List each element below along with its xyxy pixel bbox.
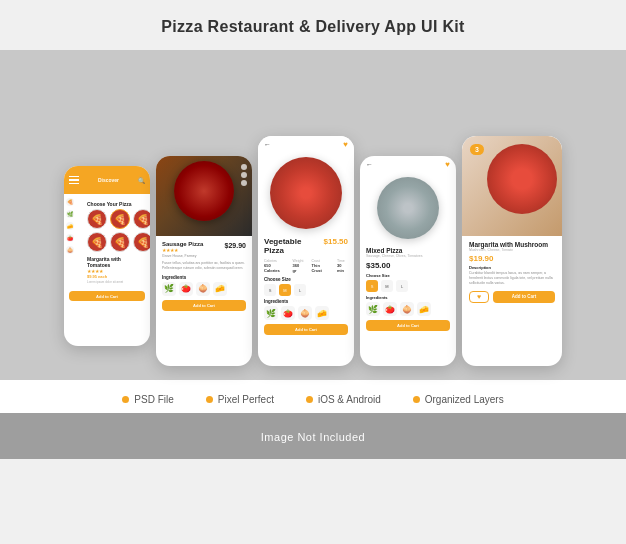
stat-time-value: 30 min [337,263,348,273]
ingredient-icon[interactable]: 🧀 [213,282,227,296]
phone3-size-buttons: S M L [264,284,348,296]
feature-ios-android: iOS & Android [290,394,397,405]
phone2-add-btn[interactable]: Add to Cart [162,300,246,311]
phone5-pizza-image: 3 [462,136,562,236]
phone4-content: Mixed Pizza Sausage, Cheese, Olives, Tom… [360,243,456,335]
ingredient-icon[interactable]: 🧅 [400,302,414,316]
phone5-cart-btn[interactable]: Add to Cart [493,291,555,303]
ingredient-icon[interactable]: 🧅 [196,282,210,296]
ingredient-icon[interactable]: 🧀 [315,306,329,320]
search-icon[interactable]: 🔍 [138,177,145,184]
heart-icon[interactable]: ♥ [445,160,450,169]
image-not-included-section: Image Not Included [0,413,626,459]
pizza-image-top [487,144,557,214]
phone-mixed: ← ♥ Mixed Pizza Sausage, Cheese, Olives,… [360,156,456,366]
size-btn-l[interactable]: L [396,280,408,292]
menu-icon[interactable] [69,176,79,185]
size-btn-s[interactable]: S [264,284,276,296]
side-icon[interactable]: 🌿 [66,210,74,218]
pizza-image-circle [174,161,234,221]
phone5-bottom-row: ♥ Add to Cart [469,291,555,303]
phone4-price: $35.00 [366,261,450,270]
phone2-section-label: Ingredients [162,275,246,280]
phone5-badge: 3 [470,144,484,155]
feature-dot [206,396,213,403]
phone-discover: Discover 🔍 Choose Your Pizza 🍕 🍕 🍕 🍕 🍕 🍕… [64,166,150,346]
phone1-screen-title: Discover [98,177,119,183]
stat-time: Time 30 min [337,259,348,273]
side-icon[interactable]: 🧀 [66,222,74,230]
size-btn-l[interactable]: L [294,284,306,296]
page-header: Pizza Restaurant & Delivery App UI Kit [0,0,626,50]
phone2-content: Sausage Pizza $29.90 ★★★★ Grove House, F… [156,236,252,316]
phone3-ingredients: 🌿 🍅 🧅 🧀 [264,306,348,320]
pizza-item[interactable]: 🍕 [87,209,107,229]
phone4-pizza-sub: Sausage, Cheese, Olives, Tomatoes [366,254,450,258]
side-icon[interactable]: 🍅 [66,234,74,242]
pizza-item[interactable]: 🍕 [133,209,150,229]
phones-section: Discover 🔍 Choose Your Pizza 🍕 🍕 🍕 🍕 🍕 🍕… [0,50,626,380]
feature-label: Organized Layers [425,394,504,405]
ingredient-icon[interactable]: 🌿 [162,282,176,296]
ingredient-icon[interactable]: 🌿 [264,306,278,320]
feature-dot [306,396,313,403]
phone4-ingredients-label: Ingredients [366,295,450,300]
phone4-pizza-name: Mixed Pizza [366,247,450,254]
stat-weight: Weight 360 gr [293,259,304,273]
size-btn-s[interactable]: S [366,280,378,292]
phone1-desc: Lorem ipsum dolor sit amet [87,280,140,284]
side-icon[interactable]: 🧅 [66,246,74,254]
feature-organized-layers: Organized Layers [397,394,520,405]
ingredient-icon[interactable]: 🍅 [383,302,397,316]
phone4-size-buttons: S M L [366,280,450,292]
phone1-pizza-name: Margarita with Tomatoes [87,256,140,268]
back-icon[interactable]: ← [264,141,271,148]
phone3-size-label: Choose Size [264,277,348,282]
phone2-location: Grove House, Farmey [162,254,246,258]
heart-icon[interactable]: ♥ [343,140,348,149]
size-btn-m[interactable]: M [279,284,291,296]
phone3-content: $15.50 VegetablePizza Calories 650 Calor… [258,233,354,339]
phone3-price: $15.50 [324,237,348,246]
stat-crust-value: Thin Crust [311,263,328,273]
stat-weight-value: 360 gr [293,263,304,273]
phone1-side-icons: 🍕 🌿 🧀 🍅 🧅 [64,194,76,258]
phone1-add-btn[interactable]: Add to Cart [69,291,145,301]
ingredient-icon[interactable]: 🍅 [281,306,295,320]
size-btn-m[interactable]: M [381,280,393,292]
phone5-pizza-sub: Mushroom, Cheese, Tomato [469,248,555,252]
feature-label: PSD File [134,394,173,405]
pizza-item[interactable]: 🍕 [87,232,107,252]
image-not-included-text: Image Not Included [261,431,365,443]
phone4-ingredients: 🌿 🍅 🧅 🧀 [366,302,450,316]
phone5-price: $19.90 [469,254,555,263]
features-section: PSD File Pixel Perfect iOS & Android Org… [0,380,626,413]
side-icon[interactable]: 🍕 [66,198,74,206]
stat-calories-value: 650 Calories [264,263,285,273]
pizza-item[interactable]: 🍕 [110,232,130,252]
phone3-add-btn[interactable]: Add to Cart [264,324,348,335]
phone2-desc: Fusce tellus, volutias ars porttitor ac,… [162,261,246,271]
pizza-item[interactable]: 🍕 [110,209,130,229]
back-icon[interactable]: ← [366,161,373,168]
phone-margarita: 3 Margarita with Mushroom Mushroom, Chee… [462,136,562,366]
phone5-content: Margarita with Mushroom Mushroom, Cheese… [462,236,562,308]
phone4-size-label: Choose Size [366,273,450,278]
feature-pixel-perfect: Pixel Perfect [190,394,290,405]
phone-sausage: Sausage Pizza $29.90 ★★★★ Grove House, F… [156,156,252,366]
ingredient-icon[interactable]: 🌿 [366,302,380,316]
phone5-heart-btn[interactable]: ♥ [469,291,489,303]
phone1-sub-title: Choose Your Pizza [82,197,145,209]
feature-label: Pixel Perfect [218,394,274,405]
ingredient-icon[interactable]: 🍅 [179,282,193,296]
pizza-item[interactable]: 🍕 [133,232,150,252]
ingredient-icon[interactable]: 🧅 [298,306,312,320]
ingredient-icon[interactable]: 🧀 [417,302,431,316]
phone4-add-btn[interactable]: Add to Cart [366,320,450,331]
phone4-pizza-image [360,173,456,243]
feature-label: iOS & Android [318,394,381,405]
phone5-desc-label: Description [469,265,555,270]
phone1-pizza-info: Margarita with Tomatoes ★★★★ $9.95 each … [82,252,145,288]
feature-psd-file: PSD File [106,394,189,405]
phone3-top-bar: ← ♥ [258,136,354,153]
